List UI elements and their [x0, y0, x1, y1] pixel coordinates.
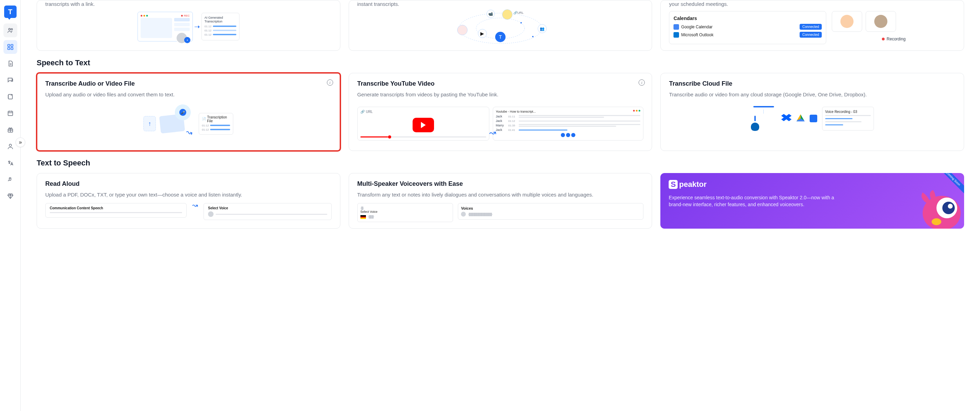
card-title: Read Aloud: [45, 180, 332, 187]
nav-calendar-icon[interactable]: [3, 106, 17, 120]
upload-icon: ↑: [143, 116, 156, 131]
card-instant-transcripts[interactable]: instant transcripts. T ▶ 📹 👥 🔗 URL: [348, 0, 652, 51]
card-title: Transcribe YouTube Video: [357, 80, 644, 87]
recording-status: Recording: [832, 36, 956, 41]
flag-de-icon: [360, 215, 366, 219]
nav-chat-icon[interactable]: [3, 73, 17, 87]
onedrive-icon: [751, 122, 759, 131]
card-transcribe-cloud[interactable]: Transcribe Cloud File Transcribe audio o…: [660, 73, 964, 151]
card-scheduled-meetings[interactable]: your scheduled meetings. Calendars Googl…: [660, 0, 964, 51]
nav-translate-icon[interactable]: [3, 156, 17, 170]
illustration-multispeaker: ·||||· Select Voice ·|||||||||· Voices ·…: [357, 203, 644, 222]
nav-diamond-icon[interactable]: [3, 189, 17, 203]
chevron-right-icon: »: [19, 139, 22, 145]
youtube-play-icon: [413, 118, 434, 132]
card-desc-fragment: instant transcripts.: [357, 0, 644, 8]
card-title: Multi-Speaker Voiceovers with Ease: [357, 180, 644, 187]
illustration-upload: ↑ 🎤 ↝ 📄Transcription File 01:12 01:12: [45, 103, 332, 144]
card-title: Transcribe Audio or Video File: [45, 80, 332, 87]
card-transcribe-file[interactable]: Transcribe Audio or Video File i Upload …: [37, 73, 340, 151]
svg-point-15: [948, 204, 953, 209]
card-desc-fragment: transcripts with a link.: [45, 0, 332, 8]
dropbox-icon: [781, 114, 792, 123]
illustration-link: REC ▪ ➝ A: [45, 11, 332, 42]
svg-rect-2: [8, 44, 10, 47]
connected-badge: Connected: [800, 24, 822, 30]
nav-dashboard-icon[interactable]: [3, 40, 17, 54]
nav-gift-icon[interactable]: [3, 123, 17, 137]
nav-document-icon[interactable]: [3, 57, 17, 70]
section-title-stt: Speech to Text: [37, 59, 964, 67]
svg-point-1: [11, 29, 13, 30]
card-desc: Transcribe audio or video from any cloud…: [669, 91, 956, 98]
nav-team-icon[interactable]: [3, 24, 17, 37]
illustration-network: T ▶ 📹 👥 🔗 URL: [357, 11, 644, 42]
card-read-aloud[interactable]: Read Aloud Upload a PDF, DOCx, TXT, or t…: [37, 173, 340, 229]
mascot-icon: [916, 187, 964, 229]
card-desc: Generate transcripts from videos by past…: [357, 91, 644, 98]
card-transcribe-youtube[interactable]: Transcribe YouTube Video i Generate tran…: [348, 73, 652, 151]
expand-sidebar-button[interactable]: »: [16, 138, 25, 147]
mic-icon: 🎤: [179, 109, 186, 116]
svg-rect-3: [11, 44, 13, 47]
svg-point-0: [9, 28, 10, 30]
speaktor-logo: Speaktor: [669, 180, 956, 189]
connected-badge: Connected: [800, 32, 822, 38]
card-desc: Upload a PDF, DOCx, TXT, or type your ow…: [45, 191, 332, 198]
ai-icon: [810, 115, 817, 122]
info-icon[interactable]: i: [639, 79, 645, 86]
section-title-tts: Text to Speech: [37, 159, 964, 168]
illustration-cloud: Voice Recording - 03: [669, 103, 956, 134]
card-desc: Transform any text or notes into lively …: [357, 191, 644, 198]
outlook-icon: [673, 32, 679, 38]
calendar-panel: Calendars Google Calendar Connected Micr…: [669, 11, 826, 44]
avatar: [832, 11, 862, 32]
avatar: [865, 11, 896, 32]
google-drive-icon: [797, 114, 805, 122]
nav-notes-icon[interactable]: [3, 90, 17, 104]
app-logo[interactable]: T: [4, 6, 17, 18]
card-multi-speaker[interactable]: Multi-Speaker Voiceovers with Ease Trans…: [348, 173, 652, 229]
svg-rect-5: [11, 48, 13, 50]
card-desc: Experience seamless text-to-audio conver…: [669, 194, 841, 208]
card-title: Transcribe Cloud File: [669, 80, 956, 87]
card-link-transcripts[interactable]: transcripts with a link. REC: [37, 0, 340, 51]
svg-point-16: [932, 218, 941, 225]
google-calendar-icon: [673, 24, 679, 30]
card-desc: Upload any audio or video files and conv…: [45, 91, 332, 98]
svg-point-9: [9, 144, 11, 146]
svg-rect-7: [8, 111, 13, 116]
svg-rect-4: [8, 48, 10, 50]
card-speaktor[interactable]: Coming Soon Speaktor Experience seamless…: [660, 173, 964, 229]
main-content: transcripts with a link. REC: [21, 0, 980, 411]
info-icon[interactable]: i: [327, 79, 333, 86]
svg-point-14: [942, 202, 955, 214]
illustration-youtube: 🔗 URL ↝ Youtube - How to transcript... J…: [357, 103, 644, 144]
nav-profile-icon[interactable]: [3, 140, 17, 153]
nav-plugin-icon[interactable]: [3, 173, 17, 187]
illustration-readaloud: Communication Content Speech ↝ Select Vo…: [45, 203, 332, 220]
sidebar: T: [0, 0, 21, 411]
card-desc-fragment: your scheduled meetings.: [669, 0, 956, 8]
